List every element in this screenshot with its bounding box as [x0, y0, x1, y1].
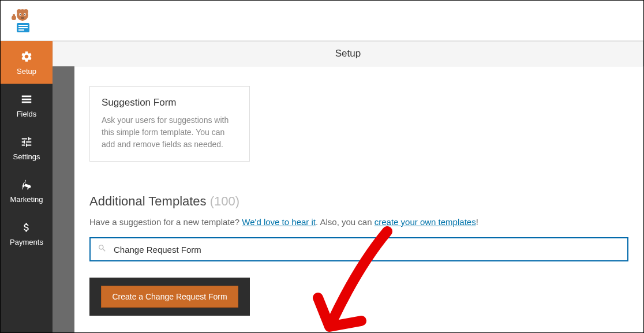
search-input[interactable]	[89, 237, 628, 261]
create-template-button[interactable]: Create a Change Request Form	[101, 286, 238, 308]
link-create-templates[interactable]: create your own templates	[375, 217, 476, 227]
sidebar-item-settings[interactable]: Settings	[1, 126, 53, 169]
sidebar-item-marketing[interactable]: Marketing	[1, 169, 53, 212]
sidebar-item-label: Settings	[13, 152, 40, 161]
sidebar-item-label: Setup	[17, 67, 36, 76]
template-card-title: Suggestion Form	[102, 97, 238, 108]
sidebar-item-payments[interactable]: Payments	[1, 212, 53, 255]
svg-rect-10	[18, 27, 28, 28]
sidebar-item-fields[interactable]: Fields	[1, 84, 53, 126]
link-hear-it[interactable]: We'd love to hear it	[242, 217, 316, 227]
sliders-icon	[20, 135, 33, 149]
suggestion-text: Have a suggestion for a new template? We…	[89, 217, 628, 227]
template-card-suggestion-form[interactable]: Suggestion Form Ask your users for sugge…	[89, 86, 250, 162]
template-card-description: Ask your users for suggestions with this…	[102, 114, 238, 151]
top-bar	[1, 1, 643, 41]
dollar-icon	[20, 220, 33, 234]
svg-point-5	[20, 14, 21, 15]
svg-rect-13	[13, 14, 15, 18]
content-panel: Suggestion Form Ask your users for sugge…	[74, 66, 643, 332]
list-icon	[20, 92, 33, 106]
search-icon	[98, 244, 107, 255]
svg-point-6	[24, 14, 25, 15]
sidebar-item-setup[interactable]: Setup	[1, 41, 53, 84]
gear-icon	[20, 50, 33, 63]
svg-point-7	[21, 17, 24, 19]
logo	[9, 7, 36, 35]
sidebar-item-label: Fields	[17, 110, 37, 118]
tab-title: Setup	[335, 48, 361, 59]
svg-rect-9	[18, 25, 28, 26]
section-title-additional: Additional Templates (100)	[89, 194, 628, 209]
sidebar: Setup Fields Settings Marketing Payments	[1, 41, 53, 332]
sidebar-item-label: Payments	[10, 238, 43, 246]
svg-point-1	[17, 9, 21, 14]
svg-point-2	[24, 9, 28, 14]
sidebar-item-label: Marketing	[10, 195, 43, 204]
megaphone-icon	[20, 178, 33, 192]
svg-rect-11	[18, 29, 24, 31]
tab-header-setup[interactable]: Setup	[53, 41, 643, 66]
result-card[interactable]: Create a Change Request Form	[89, 278, 250, 316]
